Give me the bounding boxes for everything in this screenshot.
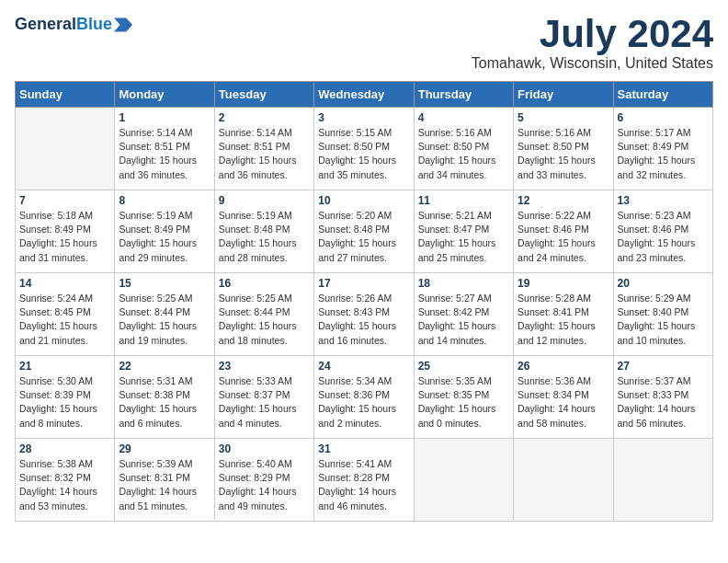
calendar-cell: 1Sunrise: 5:14 AMSunset: 8:51 PMDaylight… bbox=[115, 108, 214, 190]
calendar-header-monday: Monday bbox=[115, 82, 214, 108]
day-info: Sunrise: 5:33 AMSunset: 8:37 PMDaylight:… bbox=[219, 374, 310, 431]
calendar-cell: 13Sunrise: 5:23 AMSunset: 8:46 PMDayligh… bbox=[613, 190, 712, 273]
day-info: Sunrise: 5:15 AMSunset: 8:50 PMDaylight:… bbox=[318, 126, 409, 182]
calendar-cell: 9Sunrise: 5:19 AMSunset: 8:48 PMDaylight… bbox=[214, 190, 313, 273]
day-info: Sunrise: 5:14 AMSunset: 8:51 PMDaylight:… bbox=[119, 126, 210, 182]
day-number: 7 bbox=[19, 194, 110, 207]
day-number: 10 bbox=[318, 194, 409, 207]
calendar-cell: 14Sunrise: 5:24 AMSunset: 8:45 PMDayligh… bbox=[16, 273, 115, 356]
logo-arrow-icon bbox=[114, 17, 132, 32]
calendar-cell: 31Sunrise: 5:41 AMSunset: 8:28 PMDayligh… bbox=[314, 439, 414, 522]
day-number: 22 bbox=[119, 360, 210, 373]
day-number: 26 bbox=[518, 360, 609, 373]
day-info: Sunrise: 5:27 AMSunset: 8:42 PMDaylight:… bbox=[418, 292, 509, 348]
calendar-cell bbox=[613, 439, 712, 522]
calendar-cell: 29Sunrise: 5:39 AMSunset: 8:31 PMDayligh… bbox=[115, 439, 214, 522]
logo-general-text: GeneralBlue bbox=[15, 15, 112, 34]
calendar-header-row: SundayMondayTuesdayWednesdayThursdayFrid… bbox=[16, 82, 713, 108]
calendar-cell bbox=[16, 108, 115, 190]
day-info: Sunrise: 5:25 AMSunset: 8:44 PMDaylight:… bbox=[119, 292, 210, 348]
day-info: Sunrise: 5:20 AMSunset: 8:48 PMDaylight:… bbox=[318, 209, 409, 265]
title-area: July 2024 Tomahawk, Wisconsin, United St… bbox=[472, 15, 713, 72]
day-info: Sunrise: 5:22 AMSunset: 8:46 PMDaylight:… bbox=[518, 209, 609, 265]
day-number: 1 bbox=[119, 111, 210, 124]
calendar-header-wednesday: Wednesday bbox=[314, 82, 414, 108]
day-number: 3 bbox=[318, 111, 409, 124]
day-number: 27 bbox=[618, 360, 709, 373]
day-number: 21 bbox=[19, 360, 110, 373]
day-info: Sunrise: 5:23 AMSunset: 8:46 PMDaylight:… bbox=[618, 209, 709, 265]
calendar-cell: 4Sunrise: 5:16 AMSunset: 8:50 PMDaylight… bbox=[414, 108, 513, 190]
day-info: Sunrise: 5:17 AMSunset: 8:49 PMDaylight:… bbox=[618, 126, 709, 182]
calendar-cell: 22Sunrise: 5:31 AMSunset: 8:38 PMDayligh… bbox=[115, 356, 214, 439]
calendar-week-row-4: 21Sunrise: 5:30 AMSunset: 8:39 PMDayligh… bbox=[16, 356, 713, 439]
day-info: Sunrise: 5:31 AMSunset: 8:38 PMDaylight:… bbox=[119, 374, 210, 431]
calendar-cell: 3Sunrise: 5:15 AMSunset: 8:50 PMDaylight… bbox=[314, 108, 414, 190]
day-number: 30 bbox=[219, 442, 310, 455]
day-info: Sunrise: 5:38 AMSunset: 8:32 PMDaylight:… bbox=[19, 457, 110, 513]
day-info: Sunrise: 5:30 AMSunset: 8:39 PMDaylight:… bbox=[19, 374, 110, 431]
calendar-header-saturday: Saturday bbox=[613, 82, 712, 108]
day-number: 14 bbox=[19, 277, 110, 290]
day-info: Sunrise: 5:25 AMSunset: 8:44 PMDaylight:… bbox=[219, 292, 310, 348]
calendar-cell: 17Sunrise: 5:26 AMSunset: 8:43 PMDayligh… bbox=[314, 273, 414, 356]
calendar-cell: 26Sunrise: 5:36 AMSunset: 8:34 PMDayligh… bbox=[514, 356, 613, 439]
day-number: 4 bbox=[418, 111, 509, 124]
day-number: 6 bbox=[618, 111, 709, 124]
day-info: Sunrise: 5:40 AMSunset: 8:29 PMDaylight:… bbox=[219, 457, 310, 513]
logo: GeneralBlue bbox=[15, 15, 132, 34]
day-info: Sunrise: 5:16 AMSunset: 8:50 PMDaylight:… bbox=[418, 126, 509, 182]
location-title: Tomahawk, Wisconsin, United States bbox=[472, 55, 713, 72]
day-number: 8 bbox=[119, 194, 210, 207]
day-info: Sunrise: 5:19 AMSunset: 8:49 PMDaylight:… bbox=[119, 209, 210, 265]
calendar-cell: 5Sunrise: 5:16 AMSunset: 8:50 PMDaylight… bbox=[514, 108, 613, 190]
calendar-cell: 6Sunrise: 5:17 AMSunset: 8:49 PMDaylight… bbox=[613, 108, 712, 190]
calendar-header-thursday: Thursday bbox=[414, 82, 513, 108]
calendar-cell: 15Sunrise: 5:25 AMSunset: 8:44 PMDayligh… bbox=[115, 273, 214, 356]
calendar-table: SundayMondayTuesdayWednesdayThursdayFrid… bbox=[15, 81, 713, 522]
calendar-week-row-5: 28Sunrise: 5:38 AMSunset: 8:32 PMDayligh… bbox=[16, 439, 713, 522]
day-number: 5 bbox=[518, 111, 609, 124]
day-number: 25 bbox=[418, 360, 509, 373]
calendar-header-tuesday: Tuesday bbox=[214, 82, 313, 108]
day-number: 9 bbox=[219, 194, 310, 207]
calendar-week-row-2: 7Sunrise: 5:18 AMSunset: 8:49 PMDaylight… bbox=[16, 190, 713, 273]
calendar-cell: 30Sunrise: 5:40 AMSunset: 8:29 PMDayligh… bbox=[214, 439, 313, 522]
day-info: Sunrise: 5:16 AMSunset: 8:50 PMDaylight:… bbox=[518, 126, 609, 182]
calendar-cell: 2Sunrise: 5:14 AMSunset: 8:51 PMDaylight… bbox=[214, 108, 313, 190]
day-info: Sunrise: 5:34 AMSunset: 8:36 PMDaylight:… bbox=[318, 374, 409, 431]
calendar-cell: 8Sunrise: 5:19 AMSunset: 8:49 PMDaylight… bbox=[115, 190, 214, 273]
calendar-cell: 11Sunrise: 5:21 AMSunset: 8:47 PMDayligh… bbox=[414, 190, 513, 273]
day-number: 15 bbox=[119, 277, 210, 290]
day-info: Sunrise: 5:21 AMSunset: 8:47 PMDaylight:… bbox=[418, 209, 509, 265]
calendar-cell: 25Sunrise: 5:35 AMSunset: 8:35 PMDayligh… bbox=[414, 356, 513, 439]
calendar-week-row-1: 1Sunrise: 5:14 AMSunset: 8:51 PMDaylight… bbox=[16, 108, 713, 190]
day-number: 19 bbox=[518, 277, 609, 290]
day-info: Sunrise: 5:37 AMSunset: 8:33 PMDaylight:… bbox=[618, 374, 709, 431]
calendar-cell: 10Sunrise: 5:20 AMSunset: 8:48 PMDayligh… bbox=[314, 190, 414, 273]
calendar-cell: 19Sunrise: 5:28 AMSunset: 8:41 PMDayligh… bbox=[514, 273, 613, 356]
calendar-cell: 16Sunrise: 5:25 AMSunset: 8:44 PMDayligh… bbox=[214, 273, 313, 356]
day-number: 23 bbox=[219, 360, 310, 373]
calendar-header-sunday: Sunday bbox=[16, 82, 115, 108]
day-number: 11 bbox=[418, 194, 509, 207]
day-number: 28 bbox=[19, 442, 110, 455]
day-number: 24 bbox=[318, 360, 409, 373]
calendar-cell: 28Sunrise: 5:38 AMSunset: 8:32 PMDayligh… bbox=[16, 439, 115, 522]
calendar-cell: 27Sunrise: 5:37 AMSunset: 8:33 PMDayligh… bbox=[613, 356, 712, 439]
day-info: Sunrise: 5:24 AMSunset: 8:45 PMDaylight:… bbox=[19, 292, 110, 348]
calendar-cell bbox=[514, 439, 613, 522]
day-info: Sunrise: 5:19 AMSunset: 8:48 PMDaylight:… bbox=[219, 209, 310, 265]
day-number: 12 bbox=[518, 194, 609, 207]
calendar-cell: 23Sunrise: 5:33 AMSunset: 8:37 PMDayligh… bbox=[214, 356, 313, 439]
month-title: July 2024 bbox=[472, 15, 713, 53]
day-info: Sunrise: 5:26 AMSunset: 8:43 PMDaylight:… bbox=[318, 292, 409, 348]
day-info: Sunrise: 5:29 AMSunset: 8:40 PMDaylight:… bbox=[618, 292, 709, 348]
day-info: Sunrise: 5:36 AMSunset: 8:34 PMDaylight:… bbox=[518, 374, 609, 431]
day-info: Sunrise: 5:18 AMSunset: 8:49 PMDaylight:… bbox=[19, 209, 110, 265]
day-number: 13 bbox=[618, 194, 709, 207]
day-number: 18 bbox=[418, 277, 509, 290]
calendar-cell: 21Sunrise: 5:30 AMSunset: 8:39 PMDayligh… bbox=[16, 356, 115, 439]
day-info: Sunrise: 5:28 AMSunset: 8:41 PMDaylight:… bbox=[518, 292, 609, 348]
day-number: 20 bbox=[618, 277, 709, 290]
